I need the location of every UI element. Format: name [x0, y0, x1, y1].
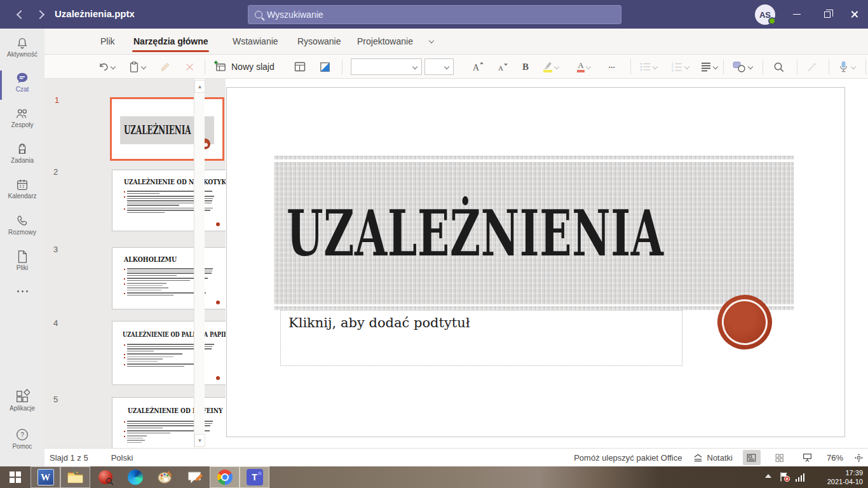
chevron-down-icon [141, 64, 146, 69]
restore-button[interactable] [813, 0, 841, 29]
taskbar-sticky-chat[interactable] [180, 466, 210, 488]
undo-button[interactable] [98, 55, 115, 79]
tab-home[interactable]: Narzędzia główne [133, 29, 208, 54]
taskbar-word[interactable]: W [31, 466, 60, 488]
scroll-up-button[interactable]: ▲ [194, 80, 205, 93]
slideshow-button[interactable] [799, 450, 817, 465]
notes-toggle[interactable]: Notatki [693, 453, 733, 463]
back-icon[interactable] [17, 10, 25, 19]
taskbar-chrome[interactable] [210, 466, 240, 488]
improve-office-link[interactable]: Pomóż ulepszyć pakiet Office [574, 453, 682, 463]
chevron-down-icon [111, 64, 116, 69]
font-more-button[interactable]: ••• [609, 55, 615, 79]
thumbnail-slide-5[interactable]: UZALEŻNIENIE OD KOFEINY [112, 397, 226, 448]
numbered-list-icon: 123 [671, 61, 683, 72]
sidebar-item-activity[interactable]: Aktywność [0, 36, 44, 58]
subtitle-placeholder[interactable]: Kliknij, aby dodać podtytuł [280, 310, 682, 366]
close-button[interactable] [840, 0, 868, 29]
presence-indicator [768, 17, 776, 25]
bullets-button[interactable] [639, 55, 657, 79]
hidden-icons-caret[interactable] [765, 474, 771, 478]
help-icon: ? [15, 427, 30, 442]
format-painter-button[interactable] [160, 55, 172, 79]
taskbar-edge[interactable] [120, 466, 150, 488]
tab-file[interactable]: Plik [100, 29, 115, 54]
thumbnail-slide-3[interactable]: ALKOHOLIZMU [112, 247, 226, 309]
network-signal-icon[interactable] [796, 473, 805, 482]
tab-insert[interactable]: Wstawianie [233, 29, 278, 54]
statusbar: Slajd 1 z 5 Polski Pomóż ulepszyć pakiet… [44, 448, 868, 466]
sidebar-item-calendar[interactable]: Kalendarz [0, 178, 44, 200]
new-slide-button[interactable]: Nowy slajd [214, 55, 275, 79]
sidebar-item-teams[interactable]: Zespoły [0, 107, 44, 128]
fit-slide-button[interactable] [853, 452, 864, 463]
taskbar-search-app[interactable] [90, 466, 120, 488]
paste-button[interactable] [128, 55, 146, 79]
slide-counter[interactable]: Slajd 1 z 5 [50, 453, 88, 463]
more-icon [0, 290, 44, 292]
language-label[interactable]: Polski [111, 453, 133, 463]
tabs-dropdown-icon[interactable] [429, 38, 434, 43]
people-icon [15, 107, 30, 121]
search-input[interactable]: Wyszukiwanie [248, 5, 621, 24]
numbering-button[interactable]: 123 [671, 55, 689, 79]
taskbar-teams[interactable]: T [240, 466, 269, 488]
slide-number: 5 [53, 395, 58, 404]
sidebar-item-chat[interactable]: Czat [0, 71, 44, 93]
font-size-select[interactable] [424, 55, 454, 79]
highlight-button[interactable] [543, 55, 559, 79]
grid-view-icon [775, 453, 784, 463]
designer-button[interactable] [806, 55, 818, 79]
thumbnail-slide-4[interactable]: UZALEŻNIENIE OD PALENIA PAPIEROSÓW [112, 321, 226, 385]
start-button[interactable] [0, 466, 31, 488]
slide[interactable]: UZALEŻNIENIA Kliknij, aby dodać podtytuł [226, 87, 845, 437]
minimize-button[interactable] [783, 0, 811, 29]
scroll-down-button[interactable]: ▼ [194, 434, 205, 447]
layout-button[interactable] [294, 55, 306, 79]
thumbnail-slide-1[interactable]: UZALEŻNIENIA [110, 97, 224, 161]
tab-design[interactable]: Projektowanie [357, 29, 413, 54]
font-name-select[interactable] [351, 55, 422, 79]
dictate-button[interactable] [837, 55, 855, 79]
font-color-button[interactable]: A [577, 55, 590, 79]
shapes-button[interactable] [732, 55, 752, 79]
shapes-icon [732, 60, 747, 73]
sidebar-item-calls[interactable]: Rozmowy [0, 214, 44, 236]
svg-text:?: ? [20, 431, 24, 438]
tray-date: 2021-04-10 [812, 477, 863, 486]
chevron-down-icon [851, 64, 856, 69]
design-ideas-button[interactable] [319, 55, 331, 79]
sidebar-more-button[interactable] [0, 290, 44, 292]
slideshow-icon [802, 452, 813, 463]
apps-icon [15, 389, 30, 404]
thumbnail-slide-2[interactable]: UZALEŻNIENIE OD NARKOTYKÓW [112, 170, 226, 231]
chrome-icon [217, 470, 233, 485]
forward-icon[interactable] [36, 10, 44, 19]
find-button[interactable] [773, 55, 785, 79]
slide-number: 3 [53, 245, 58, 254]
tab-draw[interactable]: Rysowanie [297, 29, 341, 54]
action-center-flag-icon[interactable] [779, 471, 790, 482]
title-band[interactable]: UZALEŻNIENIA [274, 162, 794, 304]
thumbnail-scrollbar[interactable]: ▲ ▼ [194, 79, 205, 448]
shrink-font-button[interactable]: A [497, 55, 508, 79]
sidebar-item-help[interactable]: ? Pomoc [0, 427, 44, 450]
red-orb-icon [97, 469, 114, 485]
sidebar-item-files[interactable]: Pliki [0, 250, 44, 271]
chat-bubble-icon [187, 470, 203, 485]
normal-view-button[interactable] [743, 450, 761, 465]
slide-title-text[interactable]: UZALEŻNIENIA [287, 196, 664, 271]
taskbar-file-explorer[interactable] [60, 466, 90, 488]
align-button[interactable] [700, 55, 717, 79]
bold-button[interactable]: B [522, 55, 529, 79]
zoom-level[interactable]: 76% [827, 453, 843, 463]
delete-button[interactable] [184, 55, 195, 79]
clock[interactable]: 17:39 2021-04-10 [812, 468, 863, 486]
slide-editor-canvas: UZALEŻNIENIA Kliknij, aby dodać podtytuł [226, 79, 868, 448]
teams-sidebar: Aktywność Czat Zespoły Zadania Kalendarz… [0, 29, 44, 466]
grow-font-button[interactable]: A [471, 55, 484, 79]
sidebar-item-apps[interactable]: Aplikacje [0, 389, 44, 412]
taskbar-paint[interactable] [150, 466, 180, 488]
grid-view-button[interactable] [771, 450, 789, 465]
sidebar-item-assignments[interactable]: Zadania [0, 142, 44, 164]
